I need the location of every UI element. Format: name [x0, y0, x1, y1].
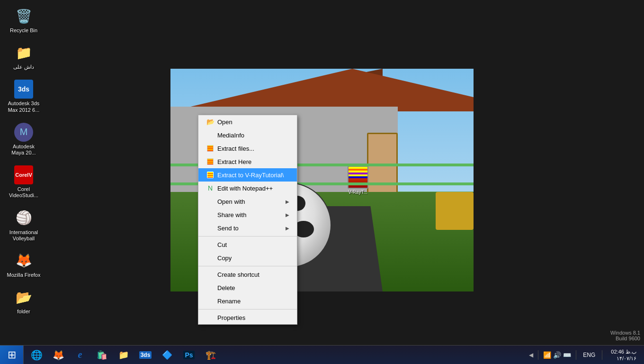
desktop-icon-folder[interactable]: 📂 folder [5, 286, 43, 317]
bush [436, 192, 474, 230]
ctx-extract-here[interactable]: Extract Here [198, 155, 297, 168]
taskbar-icon-photoshop[interactable]: Ps [179, 346, 199, 364]
folder-icon: 📂 [14, 288, 33, 307]
autodesk-maya-icon: M [14, 123, 33, 142]
ctx-open-icon: 📂 [206, 118, 215, 126]
ctx-open-with[interactable]: Open with ▶ [198, 195, 297, 208]
corel-label: Corel VideoStudi... [7, 186, 41, 199]
recycle-bin-icon: 🗑️ [14, 7, 33, 26]
firefox-label: Mozilla Firefox [7, 272, 41, 278]
ctx-open-with-arrow: ▶ [286, 199, 289, 204]
dash-ali-label: داش على [13, 64, 34, 70]
volleyball-label: International Volleyball [7, 229, 41, 242]
tray-volume-icon: 🔊 [553, 351, 561, 359]
ctx-extract-here-label: Extract Here [217, 158, 251, 165]
ctx-properties-label: Properties [217, 314, 245, 321]
taskbar-icons: 🌐 🦊 e 🛍️ 📁 3ds 🔷 Ps [24, 346, 224, 364]
3dsmax-icon: 3ds [139, 351, 152, 359]
ctx-notepad-icon: N [206, 184, 215, 192]
volleyball-icon: 🏐 [14, 209, 33, 228]
ctx-copy[interactable]: Copy [198, 251, 297, 264]
taskbar-icon-firefox[interactable]: 🦊 [48, 346, 68, 364]
desktop-icon-corel[interactable]: CorelV Corel VideoStudi... [5, 164, 43, 200]
taskbar-firefox-icon: 🦊 [53, 349, 64, 361]
ctx-send-to-icon [206, 224, 215, 232]
tray-expand-arrow[interactable]: ◀ [529, 352, 533, 358]
ctx-create-shortcut[interactable]: Create shortcut [198, 268, 297, 281]
ctx-extract-to[interactable]: Extract to V-RayTutorial\ [198, 168, 297, 182]
ctx-cut-label: Cut [217, 241, 227, 248]
taskbar-icon-app6[interactable]: 🔷 [157, 346, 177, 364]
ctx-extract-files-label: Extract files... [217, 145, 254, 152]
tray-divider-1 [538, 350, 538, 360]
ctx-separator-3 [198, 309, 297, 309]
ctx-copy-icon [206, 254, 215, 262]
autodesk-3ds-label: Autodesk 3ds Max 2012 6... [7, 100, 41, 113]
ctx-extract-to-label: Extract to V-RayTutorial\ [217, 172, 284, 179]
taskbar-icon-store[interactable]: 🛍️ [92, 346, 112, 364]
ctx-properties[interactable]: Properties [198, 311, 297, 324]
ctx-send-to[interactable]: Send to ▶ [198, 221, 297, 235]
tray-clock[interactable]: 02:46 ب.ظ ۱۴/۰۷/۱۶ [607, 348, 640, 362]
context-menu: 📂 Open MediaInfo Extract files... [198, 115, 297, 325]
ctx-create-shortcut-label: Create shortcut [217, 271, 259, 278]
ie-icon: e [78, 349, 82, 360]
tray-language[interactable]: ENG [581, 352, 597, 358]
start-button[interactable]: ⊞ [0, 346, 24, 364]
taskbar-icon-explorer[interactable]: 📁 [114, 346, 134, 364]
taskbar-icon-chrome[interactable]: 🌐 [27, 346, 46, 364]
ctx-shortcut-icon [206, 270, 215, 279]
desktop-icon-recycle-bin[interactable]: 🗑️ Recycle Bin [5, 5, 43, 36]
desktop-icons: 🗑️ Recycle Bin 📁 داش على 3ds Autodesk 3d… [0, 0, 76, 327]
app6-icon: 🔷 [162, 350, 172, 360]
scene-file-label: V-RayT... [348, 190, 367, 195]
ctx-rename[interactable]: Rename [198, 294, 297, 308]
ctx-cut[interactable]: Cut [198, 238, 297, 251]
desktop: 🗑️ Recycle Bin 📁 داش على 3ds Autodesk 3d… [0, 0, 644, 364]
corel-icon: CorelV [14, 165, 33, 184]
desktop-icon-firefox[interactable]: 🦊 Mozilla Firefox [5, 249, 43, 280]
ctx-open-with-icon [206, 197, 215, 206]
tray-network-icon: 📶 [543, 351, 551, 359]
tray-divider-2 [576, 350, 576, 360]
ctx-mediainfo-icon [206, 131, 215, 139]
ctx-send-to-label: Send to [217, 225, 239, 232]
ctx-open-with-label: Open with [217, 198, 245, 205]
windows-logo-icon: ⊞ [8, 349, 16, 361]
ctx-mediainfo[interactable]: MediaInfo [198, 128, 297, 142]
system-tray: ◀ 📶 🔊 ⌨️ ENG 02:46 ب.ظ ۱۴/۰۷/۱۶ [525, 346, 644, 364]
door [367, 133, 398, 201]
recycle-bin-label: Recycle Bin [10, 27, 37, 34]
desktop-icon-autodesk-3ds[interactable]: 3ds Autodesk 3ds Max 2012 6... [5, 78, 43, 115]
ctx-mediainfo-label: MediaInfo [217, 132, 244, 139]
autodesk-3ds-icon: 3ds [14, 80, 33, 99]
ctx-share-with[interactable]: Share with ▶ [198, 208, 297, 221]
ctx-extract-files[interactable]: Extract files... [198, 142, 297, 155]
ctx-open-label: Open [217, 118, 233, 126]
ctx-delete-icon [206, 283, 215, 292]
windows-version: Windows 8.1 Build 9600 [610, 330, 640, 341]
desktop-icon-dash-ali[interactable]: 📁 داش على [5, 41, 43, 72]
ctx-open[interactable]: 📂 Open [198, 115, 297, 128]
ctx-extract-files-icon [206, 144, 215, 153]
ctx-extract-to-icon [206, 171, 215, 179]
taskbar-icon-3dsmax[interactable]: 3ds [135, 346, 155, 364]
windows-version-line1: Windows 8.1 [610, 330, 640, 336]
tray-icons: 📶 🔊 ⌨️ [543, 351, 571, 359]
ctx-delete[interactable]: Delete [198, 281, 297, 294]
ctx-properties-icon [206, 313, 215, 322]
dash-ali-icon: 📁 [14, 43, 33, 62]
ctx-copy-label: Copy [217, 255, 232, 262]
folder-label: folder [17, 309, 30, 315]
desktop-icon-volleyball[interactable]: 🏐 International Volleyball [5, 207, 43, 244]
taskbar-icon-ie[interactable]: e [70, 346, 90, 364]
ctx-rename-icon [206, 297, 215, 305]
ctx-edit-notepad[interactable]: N Edit with Notepad++ [198, 182, 297, 195]
taskbar-icon-app8[interactable]: 🏗️ [201, 346, 221, 364]
explorer-icon: 📁 [118, 350, 129, 360]
ctx-share-with-icon [206, 210, 215, 219]
desktop-icon-autodesk-maya[interactable]: M Autodesk Maya 20... [5, 121, 43, 158]
chrome-icon: 🌐 [31, 349, 43, 361]
taskbar: ⊞ 🌐 🦊 e 🛍️ 📁 3ds 🔷 [0, 345, 644, 364]
tray-time: 02:46 ب.ظ [611, 348, 636, 355]
